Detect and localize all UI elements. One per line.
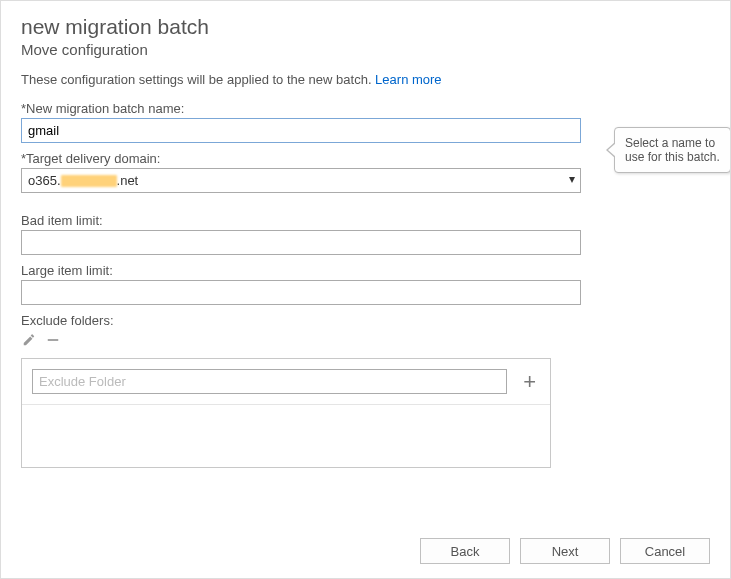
exclude-folder-box: +	[21, 358, 551, 468]
large-item-limit-input[interactable]	[21, 280, 581, 305]
domain-redacted	[61, 175, 117, 187]
help-callout-text: Select a name to use for this batch.	[625, 136, 720, 164]
page-subtitle: Move configuration	[21, 41, 710, 58]
bad-item-limit-input[interactable]	[21, 230, 581, 255]
add-icon[interactable]: +	[519, 371, 540, 393]
bad-item-limit-label: Bad item limit:	[21, 213, 581, 228]
domain-prefix: o365.	[28, 173, 61, 188]
exclude-folder-list	[22, 405, 550, 467]
remove-icon[interactable]	[45, 332, 61, 348]
target-domain-label: *Target delivery domain:	[21, 151, 581, 166]
large-item-limit-label: Large item limit:	[21, 263, 581, 278]
target-domain-select[interactable]: o365..net	[21, 168, 581, 193]
domain-suffix: .net	[117, 173, 139, 188]
next-button[interactable]: Next	[520, 538, 610, 564]
back-button[interactable]: Back	[420, 538, 510, 564]
exclude-folders-label: Exclude folders:	[21, 313, 581, 328]
help-callout: Select a name to use for this batch.	[614, 127, 731, 173]
description-body: These configuration settings will be app…	[21, 72, 375, 87]
description-text: These configuration settings will be app…	[21, 72, 710, 87]
edit-icon[interactable]	[21, 332, 37, 348]
svg-rect-0	[48, 339, 59, 341]
cancel-button[interactable]: Cancel	[620, 538, 710, 564]
exclude-folder-input[interactable]	[32, 369, 507, 394]
batch-name-label: *New migration batch name:	[21, 101, 581, 116]
batch-name-input[interactable]	[21, 118, 581, 143]
page-title: new migration batch	[21, 15, 710, 39]
learn-more-link[interactable]: Learn more	[375, 72, 441, 87]
